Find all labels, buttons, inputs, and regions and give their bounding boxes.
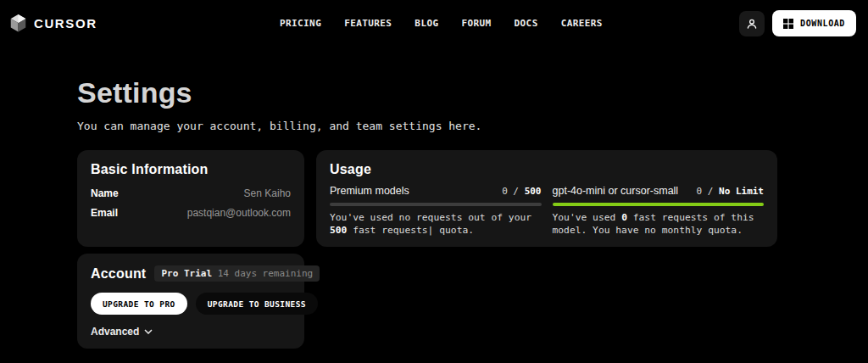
brand-name: CURSOR [34, 16, 97, 31]
header-actions: DOWNLOAD [739, 10, 856, 36]
page-title: Settings [77, 77, 868, 109]
name-field-row: Name Sen Kaiho [91, 187, 291, 199]
top-nav-bar: CURSOR PRICING FEATURES BLOG FORUM DOCS … [0, 0, 868, 47]
nav-item-blog[interactable]: BLOG [415, 18, 438, 29]
usage-meter-head: gpt-4o-mini or cursor-small 0 / No Limit [553, 185, 765, 198]
cards-row-top: Basic Information Name Sen Kaiho Email p… [77, 150, 777, 247]
usage-title: Usage [330, 162, 764, 177]
account-button[interactable] [739, 11, 765, 36]
nav-item-features[interactable]: FEATURES [344, 18, 392, 29]
nav-item-careers[interactable]: CAREERS [561, 18, 603, 29]
page-subtitle: You can manage your account, billing, an… [77, 120, 868, 132]
usage-meter-description: You've used 0 fast requests of this mode… [553, 212, 765, 237]
nav-item-pricing[interactable]: PRICING [280, 18, 321, 29]
email-field-row: Email pastqian@outlook.com [91, 207, 291, 219]
usage-meter-description: You've used no requests out of your 500 … [330, 212, 542, 237]
usage-columns: Premium models 0 / 500 You've used no re… [330, 185, 764, 237]
person-icon [745, 17, 759, 31]
usage-meter-mini-models: gpt-4o-mini or cursor-small 0 / No Limit… [553, 185, 765, 237]
usage-meter-premium-models: Premium models 0 / 500 You've used no re… [330, 185, 542, 237]
plan-remaining: 14 days remaining [218, 268, 314, 279]
usage-meter-label: Premium models [330, 185, 409, 198]
settings-cards: Basic Information Name Sen Kaiho Email p… [77, 150, 777, 349]
email-value: pastqian@outlook.com [187, 207, 291, 219]
usage-meter-value: 0 / 500 [502, 186, 541, 197]
advanced-label: Advanced [91, 326, 139, 338]
chevron-down-icon [144, 329, 153, 334]
plan-name: Pro Trial [161, 268, 212, 279]
usage-meter-head: Premium models 0 / 500 [330, 185, 542, 198]
account-card: Account Pro Trial 14 days remaining UPGR… [77, 254, 304, 349]
account-title: Account [91, 266, 146, 282]
upgrade-to-business-button[interactable]: UPGRADE TO BUSINESS [196, 293, 318, 315]
download-button[interactable]: DOWNLOAD [772, 10, 856, 36]
usage-meter-value: 0 / No Limit [697, 186, 764, 197]
main-nav: PRICING FEATURES BLOG FORUM DOCS CAREERS [280, 0, 603, 47]
account-head: Account Pro Trial 14 days remaining [91, 265, 291, 282]
plan-badge: Pro Trial 14 days remaining [154, 265, 320, 282]
usage-meter-label: gpt-4o-mini or cursor-small [553, 185, 679, 198]
usage-card: Usage Premium models 0 / 500 You've used… [316, 150, 777, 247]
name-label: Name [91, 187, 119, 199]
settings-page: Settings You can manage your account, bi… [0, 77, 868, 349]
cursor-logo[interactable]: CURSOR [9, 14, 97, 33]
upgrade-buttons-row: UPGRADE TO PRO UPGRADE TO BUSINESS [91, 293, 291, 315]
usage-progress-bar [553, 203, 765, 206]
nav-item-forum[interactable]: FORUM [461, 18, 491, 29]
basic-information-card: Basic Information Name Sen Kaiho Email p… [77, 150, 304, 247]
nav-item-docs[interactable]: DOCS [515, 18, 538, 29]
cursor-cube-icon [9, 14, 27, 33]
windows-icon [783, 19, 793, 29]
name-value: Sen Kaiho [244, 187, 291, 199]
upgrade-to-pro-button[interactable]: UPGRADE TO PRO [91, 293, 187, 315]
email-label: Email [91, 207, 118, 219]
advanced-toggle[interactable]: Advanced [91, 326, 153, 338]
download-label: DOWNLOAD [800, 19, 845, 28]
basic-information-title: Basic Information [91, 162, 291, 177]
usage-progress-bar [330, 203, 542, 206]
